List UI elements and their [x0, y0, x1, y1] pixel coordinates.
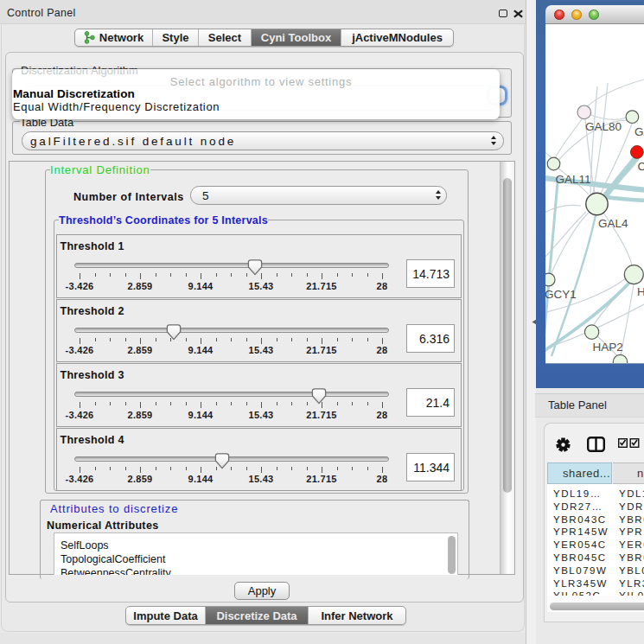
- svg-text:HA: HA: [637, 285, 644, 298]
- svg-text:GAL80: GAL80: [585, 120, 622, 133]
- svg-text:CD: CD: [638, 160, 644, 173]
- svg-text:HAP2: HAP2: [593, 341, 623, 354]
- svg-text:GCY1: GCY1: [545, 288, 577, 301]
- svg-text:GAL11: GAL11: [556, 173, 591, 186]
- svg-text:GAL4: GAL4: [598, 217, 628, 230]
- svg-text:GAL7: GAL7: [634, 125, 644, 138]
